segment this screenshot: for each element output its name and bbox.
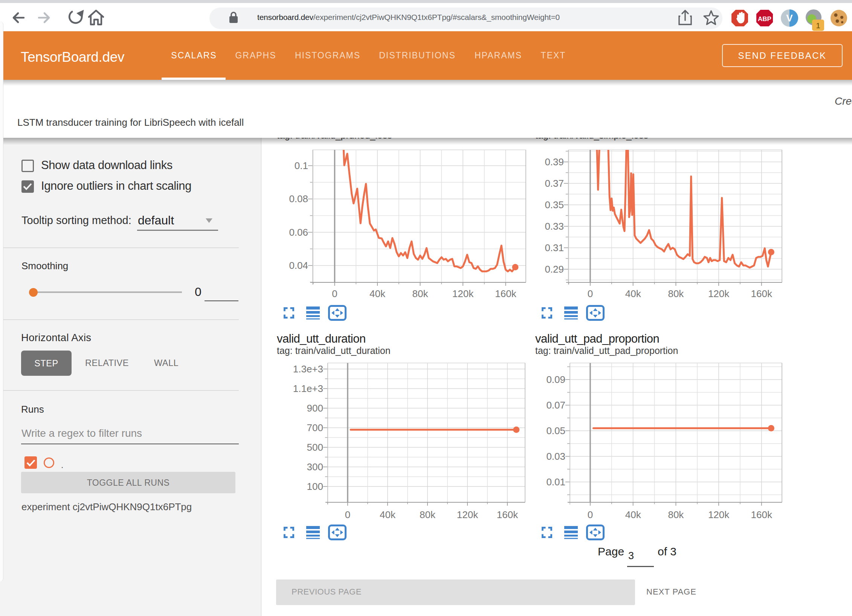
svg-text:40k: 40k [625, 509, 641, 520]
svg-text:80k: 80k [668, 509, 684, 520]
svg-text:0.01: 0.01 [546, 476, 565, 488]
svg-text:0: 0 [588, 509, 593, 520]
svg-text:0.05: 0.05 [546, 425, 565, 436]
svg-text:0.09: 0.09 [546, 374, 565, 385]
svg-text:0.07: 0.07 [546, 399, 565, 411]
svg-text:160k: 160k [751, 509, 773, 520]
svg-text:0.03: 0.03 [546, 451, 565, 462]
svg-text:120k: 120k [708, 509, 730, 520]
